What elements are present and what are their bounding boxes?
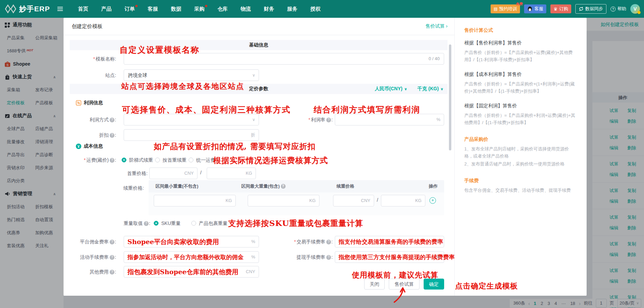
training-button[interactable]: ▤ 预约培训 免费 [491, 4, 520, 13]
nav-item-order[interactable]: 订单 [124, 6, 135, 12]
question-icon[interactable]: ? [110, 158, 114, 163]
nav-item-logistics[interactable]: 物流 [241, 6, 251, 12]
nav-label: 数据 [171, 6, 181, 12]
support-label: 客服 [534, 6, 543, 12]
label-text: 重量取值 [124, 220, 143, 226]
template-name-label: *模板名称: [64, 53, 116, 65]
brand[interactable]: 妙手ERP [5, 4, 50, 14]
question-icon: ? [611, 6, 616, 12]
nav-label: 仓库 [217, 6, 228, 12]
question-icon[interactable]: ? [144, 221, 149, 226]
radio-first-weight[interactable] [155, 158, 160, 162]
label-text: 站点 [105, 72, 115, 78]
kg-suffix: KG [246, 168, 252, 179]
max-weight-input[interactable]: KG [248, 195, 319, 206]
app-root: 妙手ERP 首页 产品 订单 客服 数据 采购 仓库 物流 财务 服务 授权 ▤… [0, 0, 644, 308]
label-text: 其他费用 [90, 269, 109, 274]
required-star: * [294, 239, 296, 244]
profit-mode-select[interactable]: ∨ [124, 114, 259, 125]
currency-select[interactable]: 人民币(CNY)∨ [375, 86, 407, 92]
chevron-down-icon: ∨ [252, 114, 255, 125]
first-weight-kg-input[interactable]: KG [207, 168, 256, 179]
label-text: 活动手续费率 [80, 254, 109, 260]
support-button[interactable]: 客服 [524, 4, 546, 13]
radio-sku-weight[interactable] [154, 221, 159, 226]
nav-item-product[interactable]: 产品 [101, 6, 111, 12]
profit-rate-label: *利润率?: [269, 114, 333, 125]
colon: : [142, 185, 144, 191]
radio-label-sku[interactable]: SKU重量 [161, 220, 181, 227]
withdraw-fee-input[interactable]: 指您使用第三方支付服务商提现的手续费费率 % [335, 251, 444, 263]
weight-unit-value: 千克 (KG) [417, 86, 439, 92]
question-icon[interactable]: ? [326, 118, 331, 122]
question-icon[interactable]: ? [326, 255, 331, 260]
min-weight-input[interactable]: KG [154, 195, 236, 206]
other-fee-input[interactable]: 指包裹发到Shopee仓库前的其他费用 CNY [124, 266, 259, 278]
formula-3-head: 根据【固定利润】算售价 [464, 103, 578, 109]
radio-label-package[interactable]: 产品包裹重量 [199, 220, 228, 227]
modal-scrollbar[interactable] [449, 44, 451, 150]
question-icon[interactable]: ? [110, 255, 114, 260]
question-icon[interactable]: ? [110, 133, 114, 138]
nav-label: 物流 [241, 6, 251, 12]
trade-fee-input[interactable]: 指支付给交易清算服务商的手续费的费率 % [335, 236, 444, 247]
question-icon[interactable]: ? [110, 240, 114, 244]
add-row-button[interactable]: + [429, 197, 436, 204]
colon: : [331, 117, 333, 122]
nav-item-finance[interactable]: 财务 [264, 6, 274, 12]
nav-label: 首页 [78, 6, 88, 12]
cny-suffix: CNY [361, 195, 370, 206]
nav-label: 产品 [101, 6, 111, 12]
label-text: 折扣 [99, 132, 109, 138]
discount-input[interactable]: 折 [124, 129, 259, 141]
question-icon[interactable]: ? [110, 270, 114, 274]
annotation-trade-fee: 指支付给交易清算服务商的手续费的费率 [339, 236, 443, 247]
radio-flat-shipping[interactable] [189, 158, 193, 162]
formula-1-head: 根据【售价利润率】算售价 [464, 40, 578, 46]
required-star: * [93, 56, 95, 62]
char-counter: 0 / 40 [428, 53, 440, 64]
cost-info-group: 成本信息 [76, 143, 103, 149]
question-icon[interactable]: ? [326, 240, 331, 244]
nav-item-authorize[interactable]: 授权 [310, 6, 320, 12]
weight-unit-select[interactable]: 千克 (KG)∨ [417, 86, 443, 92]
first-weight-price-input[interactable]: CNY [149, 168, 197, 179]
subscribe-button[interactable]: ♛ 订购 [550, 4, 571, 13]
radio-label-flat[interactable]: 统一运费 [196, 157, 215, 163]
site-select[interactable]: 跨境全球 ∨ [124, 69, 259, 81]
colon: : [115, 269, 116, 274]
radio-package-weight[interactable] [191, 221, 196, 226]
activity-fee-input[interactable]: 指参加返活动时，平台方向您额外收取的佣金 % [124, 251, 259, 263]
nav-label: 订单 [124, 6, 135, 12]
cont-kg-input[interactable]: KG [381, 195, 425, 206]
platform-fee-input[interactable]: Shopee平台向卖家收取的费用 % [124, 236, 259, 247]
sync-label: 数据同步 [585, 6, 603, 12]
nav-label: 授权 [310, 6, 320, 12]
hamburger-menu-icon[interactable] [57, 6, 64, 12]
radio-tiered-weight[interactable] [122, 158, 126, 162]
nav-item-home[interactable]: 首页 [78, 6, 88, 12]
nav-label: 财务 [264, 6, 274, 12]
training-label: 预约培训 [499, 6, 517, 12]
data-sync-button[interactable]: 数据同步 [575, 4, 606, 14]
question-icon[interactable]: ? [110, 118, 114, 122]
nav-item-service[interactable]: 客服 [148, 6, 158, 12]
top-navbar: 妙手ERP 首页 产品 订单 客服 数据 采购 仓库 物流 财务 服务 授权 ▤… [0, 0, 644, 18]
avatar[interactable]: V [630, 4, 640, 14]
kg-suffix: KG [309, 195, 316, 206]
colon: : [115, 132, 116, 138]
price-trial-link[interactable]: 售价试算 › [425, 23, 448, 29]
radio-label-first[interactable]: 按首重续重 [163, 157, 187, 163]
nav-item-data[interactable]: 数据 [171, 6, 181, 12]
trade-fee-label: *交易手续费率?: [269, 236, 333, 247]
profit-rate-input[interactable]: % [335, 114, 444, 125]
label-text: 利润率 [311, 117, 325, 122]
nav-item-warehouse[interactable]: 仓库 [217, 6, 228, 12]
help-button[interactable]: ? 帮助 [611, 6, 626, 12]
question-icon[interactable]: ? [281, 184, 286, 189]
subscribe-label: 订购 [559, 6, 568, 12]
nav-item-purchase[interactable]: 采购 [194, 6, 204, 12]
cont-price-input[interactable]: CNY [333, 195, 374, 206]
radio-label-tiered[interactable]: 阶梯式续重 [129, 157, 153, 163]
nav-item-services[interactable]: 服务 [287, 6, 297, 12]
